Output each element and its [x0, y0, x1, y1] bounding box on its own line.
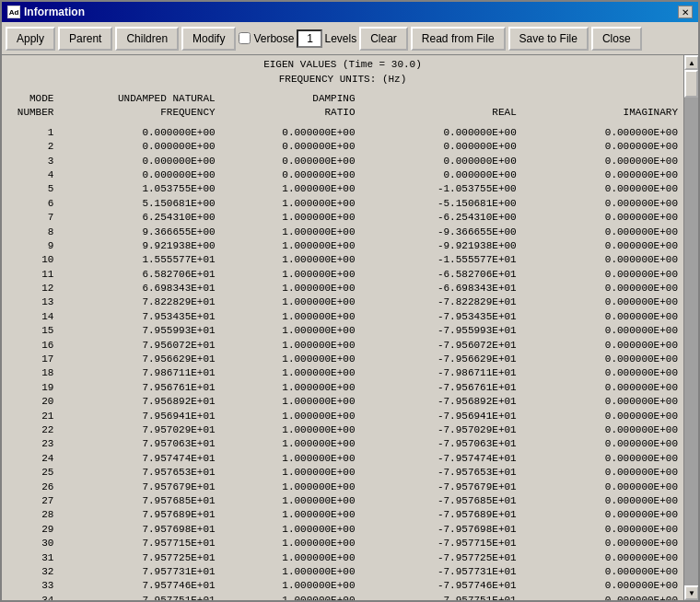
- cell-damp: 1.000000E+00: [219, 480, 359, 494]
- cell-real: -7.957685E+01: [359, 494, 520, 508]
- levels-input[interactable]: 1: [297, 29, 322, 48]
- scroll-down-button[interactable]: ▼: [684, 585, 698, 600]
- cell-mode: 32: [4, 565, 57, 579]
- cell-imag: 0.000000E+00: [520, 579, 682, 593]
- clear-button[interactable]: Clear: [359, 27, 408, 51]
- cell-freq: 7.957698E+01: [57, 523, 218, 537]
- cell-freq: 7.986711E+01: [57, 366, 218, 380]
- verbose-group: Verbose: [239, 32, 294, 45]
- cell-mode: 4: [4, 168, 57, 182]
- cell-imag: 0.000000E+00: [520, 282, 682, 295]
- table-row: 1 0.000000E+00 0.000000E+00 0.000000E+00…: [4, 126, 682, 140]
- window-close-button[interactable]: ✕: [678, 6, 693, 18]
- cell-freq: 7.953435E+01: [57, 310, 218, 324]
- cell-freq: 7.957731E+01: [57, 565, 218, 579]
- cell-damp: 1.000000E+00: [219, 551, 359, 565]
- cell-freq: 7.956629E+01: [57, 353, 218, 366]
- data-table: MODENUMBER UNDAMPED NATURALFREQUENCY DAM…: [4, 92, 682, 600]
- cell-freq: 7.955993E+01: [57, 324, 218, 338]
- cell-mode: 10: [4, 253, 57, 267]
- cell-freq: 7.957725E+01: [57, 551, 218, 565]
- table-row: 28 7.957689E+01 1.000000E+00 -7.957689E+…: [4, 508, 682, 522]
- cell-mode: 16: [4, 339, 57, 353]
- table-row: 26 7.957679E+01 1.000000E+00 -7.957679E+…: [4, 480, 682, 494]
- cell-freq: 6.582706E+01: [57, 268, 218, 282]
- table-row: 2 0.000000E+00 0.000000E+00 0.000000E+00…: [4, 140, 682, 154]
- cell-imag: 0.000000E+00: [520, 523, 682, 537]
- vertical-scrollbar[interactable]: ▲ ▼: [683, 55, 698, 600]
- table-row: 10 1.555577E+01 1.000000E+00 -1.555577E+…: [4, 253, 682, 267]
- cell-freq: 7.957063E+01: [57, 437, 218, 451]
- cell-damp: 0.000000E+00: [219, 168, 359, 182]
- table-row: 9 9.921938E+00 1.000000E+00 -9.921938E+0…: [4, 239, 682, 253]
- close-button[interactable]: Close: [591, 27, 642, 51]
- cell-real: -7.957725E+01: [359, 551, 520, 565]
- read-from-file-button[interactable]: Read from File: [411, 27, 506, 51]
- window-icon: Ad: [7, 6, 20, 18]
- cell-mode: 19: [4, 381, 57, 395]
- cell-mode: 12: [4, 282, 57, 295]
- cell-damp: 1.000000E+00: [219, 366, 359, 380]
- table-row: 4 0.000000E+00 0.000000E+00 0.000000E+00…: [4, 168, 682, 182]
- cell-real: -6.698343E+01: [359, 282, 520, 295]
- cell-real: -9.921938E+00: [359, 239, 520, 253]
- table-row: 20 7.956892E+01 1.000000E+00 -7.956892E+…: [4, 395, 682, 409]
- cell-freq: 0.000000E+00: [57, 140, 218, 154]
- title-bar: Ad Information ✕: [2, 2, 698, 22]
- cell-damp: 1.000000E+00: [219, 594, 359, 600]
- cell-damp: 1.000000E+00: [219, 253, 359, 267]
- cell-real: -7.957715E+01: [359, 537, 520, 550]
- cell-real: -1.555577E+01: [359, 253, 520, 267]
- cell-freq: 7.956941E+01: [57, 410, 218, 423]
- toolbar: Apply Parent Children Modify Verbose 1 L…: [2, 22, 698, 55]
- table-row: 17 7.956629E+01 1.000000E+00 -7.956629E+…: [4, 353, 682, 366]
- table-row: 24 7.957474E+01 1.000000E+00 -7.957474E+…: [4, 452, 682, 466]
- verbose-checkbox[interactable]: [239, 32, 251, 44]
- cell-imag: 0.000000E+00: [520, 197, 682, 211]
- cell-damp: 1.000000E+00: [219, 437, 359, 451]
- cell-mode: 31: [4, 551, 57, 565]
- cell-freq: 7.957746E+01: [57, 579, 218, 593]
- cell-damp: 0.000000E+00: [219, 155, 359, 168]
- cell-real: -7.956629E+01: [359, 353, 520, 366]
- save-to-file-button[interactable]: Save to File: [508, 27, 589, 51]
- cell-freq: 0.000000E+00: [57, 155, 218, 168]
- cell-mode: 8: [4, 226, 57, 239]
- cell-imag: 0.000000E+00: [520, 452, 682, 466]
- scroll-track[interactable]: [684, 70, 698, 585]
- table-row: 14 7.953435E+01 1.000000E+00 -7.953435E+…: [4, 310, 682, 324]
- table-row: 30 7.957715E+01 1.000000E+00 -7.957715E+…: [4, 537, 682, 550]
- data-panel[interactable]: EIGEN VALUES (Time = 30.0) FREQUENCY UNI…: [2, 55, 683, 600]
- table-row: 31 7.957725E+01 1.000000E+00 -7.957725E+…: [4, 551, 682, 565]
- cell-imag: 0.000000E+00: [520, 480, 682, 494]
- verbose-label: Verbose: [253, 32, 294, 45]
- cell-freq: 7.957685E+01: [57, 494, 218, 508]
- table-row: 32 7.957731E+01 1.000000E+00 -7.957731E+…: [4, 565, 682, 579]
- cell-real: 0.000000E+00: [359, 155, 520, 168]
- parent-button[interactable]: Parent: [58, 27, 112, 51]
- cell-mode: 3: [4, 155, 57, 168]
- table-row: 16 7.956072E+01 1.000000E+00 -7.956072E+…: [4, 339, 682, 353]
- apply-button[interactable]: Apply: [6, 27, 55, 51]
- cell-imag: 0.000000E+00: [520, 126, 682, 140]
- cell-mode: 30: [4, 537, 57, 550]
- table-row: 25 7.957653E+01 1.000000E+00 -7.957653E+…: [4, 466, 682, 480]
- table-row: 29 7.957698E+01 1.000000E+00 -7.957698E+…: [4, 523, 682, 537]
- levels-group: 1 Levels: [297, 29, 356, 48]
- cell-real: -7.957653E+01: [359, 466, 520, 480]
- cell-mode: 14: [4, 310, 57, 324]
- modify-button[interactable]: Modify: [181, 27, 236, 51]
- cell-freq: 9.366655E+00: [57, 226, 218, 239]
- cell-mode: 15: [4, 324, 57, 338]
- cell-imag: 0.000000E+00: [520, 226, 682, 239]
- cell-imag: 0.000000E+00: [520, 253, 682, 267]
- children-button[interactable]: Children: [115, 27, 179, 51]
- cell-freq: 7.822829E+01: [57, 295, 218, 309]
- scroll-up-button[interactable]: ▲: [684, 55, 698, 70]
- title-bar-left: Ad Information: [7, 6, 85, 18]
- cell-real: -7.956892E+01: [359, 395, 520, 409]
- cell-imag: 0.000000E+00: [520, 537, 682, 550]
- scroll-thumb[interactable]: [684, 70, 698, 98]
- cell-freq: 0.000000E+00: [57, 168, 218, 182]
- cell-damp: 1.000000E+00: [219, 226, 359, 239]
